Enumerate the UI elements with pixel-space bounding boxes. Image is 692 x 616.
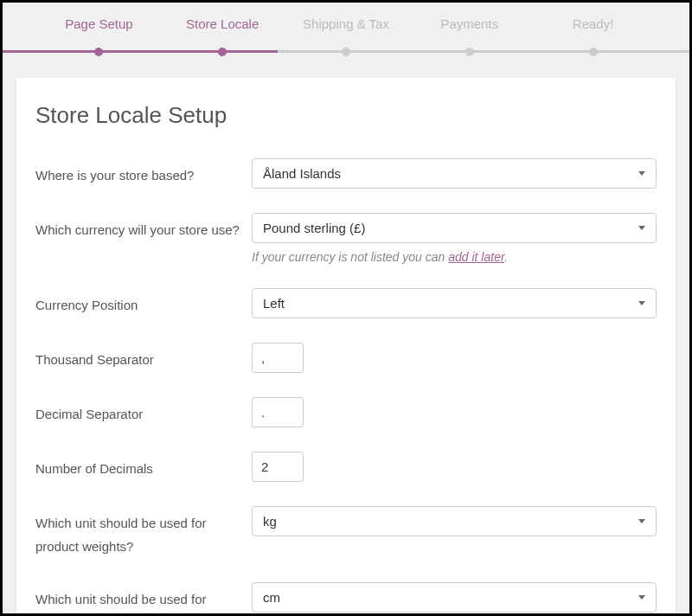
row-thousand-sep: Thousand Separator xyxy=(35,343,657,373)
label-num-decimals: Number of Decimals xyxy=(35,452,252,480)
select-currency-position[interactable]: Left xyxy=(252,288,657,318)
select-dimension-unit-value: cm xyxy=(263,590,280,605)
chevron-down-icon xyxy=(638,595,645,600)
page-title: Store Locale Setup xyxy=(35,102,657,129)
row-currency: Which currency will your store use? Poun… xyxy=(35,213,657,264)
add-currency-link[interactable]: add it later xyxy=(448,250,504,264)
currency-hint: If your currency is not listed you can a… xyxy=(252,250,657,264)
input-decimal-sep[interactable] xyxy=(252,397,304,427)
input-num-decimals[interactable] xyxy=(252,452,304,482)
row-currency-position: Currency Position Left xyxy=(35,288,657,318)
row-country: Where is your store based? Åland Islands xyxy=(35,158,657,189)
select-dimension-unit[interactable]: cm xyxy=(252,582,657,613)
step-payments: Payments xyxy=(407,16,531,52)
row-decimal-sep: Decimal Separator xyxy=(35,397,657,427)
chevron-down-icon xyxy=(638,171,645,176)
chevron-down-icon xyxy=(638,519,645,523)
step-page-setup[interactable]: Page Setup xyxy=(37,16,161,52)
input-thousand-sep[interactable] xyxy=(252,343,304,373)
content-panel: Store Locale Setup Where is your store b… xyxy=(16,78,676,616)
select-currency-position-value: Left xyxy=(263,296,285,311)
label-currency: Which currency will your store use? xyxy=(35,213,252,241)
row-num-decimals: Number of Decimals xyxy=(35,452,657,482)
select-currency[interactable]: Pound sterling (£) xyxy=(252,213,657,243)
label-weight-unit: Which unit should be used for product we… xyxy=(35,506,252,558)
label-thousand-sep: Thousand Separator xyxy=(35,343,252,371)
select-country[interactable]: Åland Islands xyxy=(252,158,657,189)
chevron-down-icon xyxy=(638,226,645,230)
select-country-value: Åland Islands xyxy=(263,166,341,181)
select-weight-unit-value: kg xyxy=(263,514,277,529)
wizard-steps: Page Setup Store Locale Shipping & Tax P… xyxy=(3,3,689,52)
label-decimal-sep: Decimal Separator xyxy=(35,397,252,426)
row-dimension-unit: Which unit should be used for product di… xyxy=(35,582,657,616)
select-currency-value: Pound sterling (£) xyxy=(263,221,365,235)
step-ready: Ready! xyxy=(531,16,655,52)
label-dimension-unit: Which unit should be used for product di… xyxy=(35,582,252,616)
label-currency-position: Currency Position xyxy=(35,288,252,317)
row-weight-unit: Which unit should be used for product we… xyxy=(35,506,657,558)
select-weight-unit[interactable]: kg xyxy=(252,506,657,536)
label-country: Where is your store based? xyxy=(35,158,252,187)
step-store-locale[interactable]: Store Locale xyxy=(161,16,285,52)
step-shipping-tax: Shipping & Tax xyxy=(285,16,408,52)
chevron-down-icon xyxy=(638,301,645,305)
